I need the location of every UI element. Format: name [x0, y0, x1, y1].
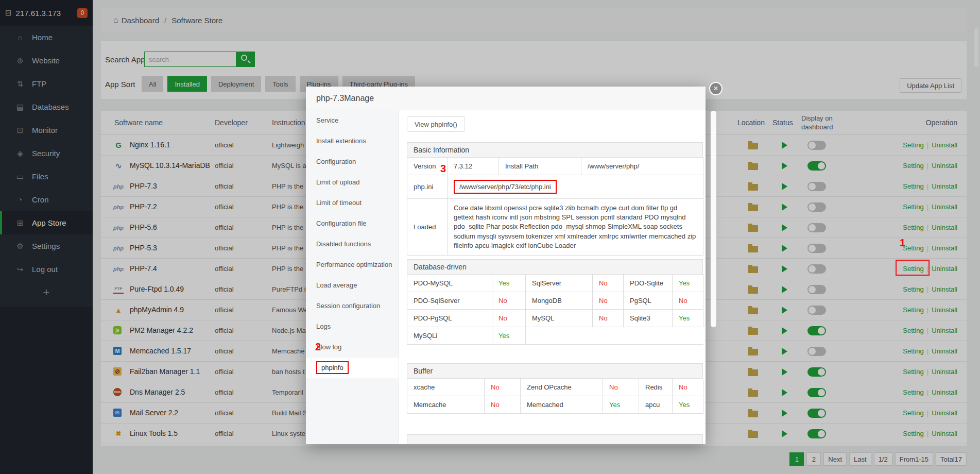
support-label: PDO-Sqlite	[624, 275, 673, 292]
support-value: No	[673, 379, 703, 396]
modal-nav-logs[interactable]: Logs	[306, 316, 399, 337]
support-label: MySQLi	[407, 327, 492, 345]
support-label: PDO-SqlServer	[407, 292, 492, 310]
support-label: Memcached	[521, 396, 603, 414]
modal-nav-phpinfo[interactable]: phpinfo	[306, 358, 399, 378]
close-icon[interactable]: ×	[709, 82, 723, 95]
basic-information-table: Version 7.3.12 Install Path /www/server/…	[407, 157, 703, 256]
loaded-label: Loaded	[407, 199, 448, 256]
version-value: 7.3.12	[448, 158, 499, 175]
empty-cell	[624, 327, 673, 345]
support-label: Redis	[639, 379, 673, 396]
buffer-section: Buffer xcacheNoZend OPcacheNoRedisNoMemc…	[407, 363, 703, 414]
modal-nav-load-average[interactable]: Load average	[306, 275, 399, 296]
phpini-label: php.ini	[407, 175, 448, 199]
support-value: No	[593, 310, 624, 327]
modal-nav-session-configuration[interactable]: Session configuration	[306, 296, 399, 316]
support-value: Yes	[603, 396, 639, 414]
support-label: SqlServer	[526, 275, 593, 292]
support-label: Memcache	[407, 396, 485, 414]
support-value: No	[492, 292, 526, 310]
buffer-title: Buffer	[407, 363, 703, 379]
modal-nav: ServiceInstall extentionsConfigurationLi…	[306, 110, 399, 444]
loaded-modules: Core date libxml openssl pcre sqlite3 zl…	[448, 199, 703, 256]
modal-nav-limit-of-upload[interactable]: Limit of upload	[306, 172, 399, 193]
support-value: No	[593, 275, 624, 292]
modal-nav-performance-optimization[interactable]: Performance optimization	[306, 255, 399, 275]
support-value: Yes	[673, 310, 703, 327]
modal-nav-service[interactable]: Service	[306, 110, 399, 131]
empty-cell	[673, 327, 703, 345]
support-label: PgSQL	[624, 292, 673, 310]
database-driven-section: Database-driven PDO-MySQLYesSqlServerNoP…	[407, 259, 703, 345]
php-manage-modal: php-7.3Manage ServiceInstall extentionsC…	[306, 87, 706, 444]
support-value: Yes	[673, 396, 703, 414]
basic-information-title: Basic Information	[407, 142, 703, 158]
annotation-step2-box: phpinfo	[316, 361, 349, 374]
phpini-cell: /www/server/php/73/etc/php.ini	[448, 175, 703, 199]
annotation-step3-box: /www/server/php/73/etc/php.ini	[454, 180, 557, 194]
install-path-label: Install Path	[499, 158, 581, 175]
modal-content: View phpinfo() Basic Information Version…	[399, 110, 706, 444]
modal-nav-install-extentions[interactable]: Install extentions	[306, 131, 399, 151]
annotation-step3-number: 3	[440, 163, 446, 175]
modal-scrollbar[interactable]	[711, 111, 716, 327]
support-value: No	[492, 310, 526, 327]
database-driven-table: PDO-MySQLYesSqlServerNoPDO-SqliteYesPDO-…	[407, 274, 703, 345]
support-value: No	[603, 379, 639, 396]
next-section-header-partial	[407, 434, 703, 444]
modal-nav-limit-of-timeout[interactable]: Limit of timeout	[306, 193, 399, 213]
empty-cell	[593, 327, 624, 345]
support-label: MongoDB	[526, 292, 593, 310]
annotation-step1-box	[896, 260, 930, 276]
buffer-table: xcacheNoZend OPcacheNoRedisNoMemcacheNoM…	[407, 378, 703, 414]
view-phpinfo-button[interactable]: View phpinfo()	[407, 116, 465, 132]
support-value: Yes	[673, 275, 703, 292]
modal-title: php-7.3Manage	[306, 87, 706, 110]
empty-cell	[526, 327, 593, 345]
install-path-value: /www/server/php/	[581, 158, 703, 175]
modal-nav-configuration[interactable]: Configuration	[306, 151, 399, 172]
modal-nav-disabled-functions[interactable]: Disabled functions	[306, 234, 399, 255]
support-label: Sqlite3	[624, 310, 673, 327]
basic-information-section: Basic Information Version 7.3.12 Install…	[407, 142, 703, 256]
database-driven-title: Database-driven	[407, 259, 703, 275]
support-label: Zend OPcache	[521, 379, 603, 396]
phpini-value: /www/server/php/73/etc/php.ini	[459, 183, 551, 191]
support-label: xcache	[407, 379, 485, 396]
support-label: PDO-MySQL	[407, 275, 492, 292]
support-label: apcu	[639, 396, 673, 414]
modal-nav-configuration-file[interactable]: Configuration file	[306, 213, 399, 234]
support-value: Yes	[492, 275, 526, 292]
support-label: MySQL	[526, 310, 593, 327]
support-value: No	[485, 379, 521, 396]
support-value: No	[593, 292, 624, 310]
support-value: Yes	[492, 327, 526, 345]
support-value: No	[673, 292, 703, 310]
support-value: No	[485, 396, 521, 414]
support-label: PDO-PgSQL	[407, 310, 492, 327]
annotation-step1-number: 1	[900, 237, 905, 249]
annotation-step2-number: 2	[315, 341, 321, 353]
